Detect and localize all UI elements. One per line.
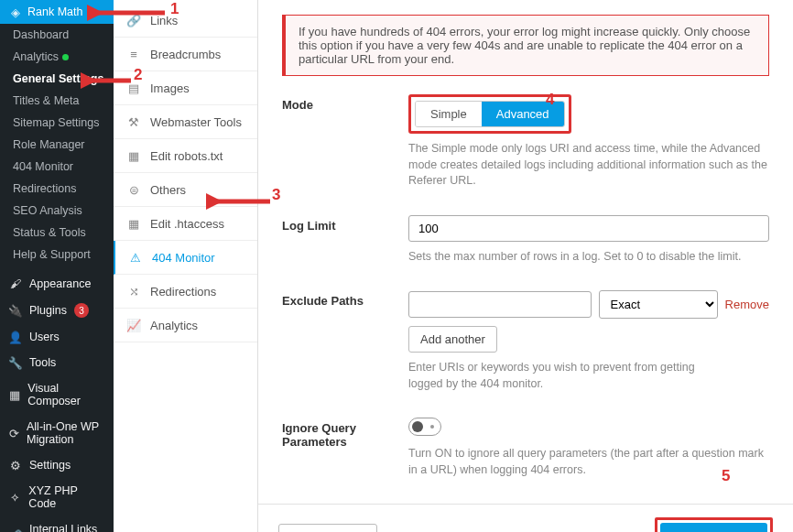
- log-limit-input[interactable]: [408, 215, 769, 242]
- sidebar-item-settings[interactable]: ⚙Settings: [0, 452, 114, 478]
- mode-segmented: Simple Advanced: [415, 101, 565, 127]
- sliders-icon: ⚙: [9, 459, 22, 472]
- file-icon: ▦: [126, 148, 141, 163]
- vc-icon: ▦: [9, 388, 20, 401]
- tab-links[interactable]: 🔗Links: [114, 4, 257, 38]
- sidebar-sub-analytics[interactable]: Analytics: [0, 46, 114, 68]
- footer-actions: Reset Options Save Changes: [258, 504, 793, 532]
- save-changes-button[interactable]: Save Changes: [660, 523, 767, 532]
- annotation-3: 3: [272, 186, 280, 204]
- tab-analytics[interactable]: 📈Analytics: [114, 309, 257, 342]
- save-highlight: Save Changes: [655, 517, 773, 532]
- toggle-dot: [430, 425, 434, 429]
- tab-redirections[interactable]: ⤭Redirections: [114, 275, 257, 309]
- user-icon: 👤: [9, 331, 22, 343]
- sidebar-item-rank-math[interactable]: ◈ Rank Math: [0, 0, 114, 24]
- exclude-remove-link[interactable]: Remove: [725, 298, 769, 311]
- field-exclude-paths: Exclude Paths Exact Remove Add another E…: [282, 290, 769, 392]
- sidebar-item-aio-migration[interactable]: ⟳All-in-One WP Migration: [0, 414, 114, 452]
- link-icon: 🔗: [126, 13, 141, 27]
- annotation-2: 2: [134, 66, 142, 84]
- plug-icon: 🔌: [9, 304, 22, 317]
- tab-robots[interactable]: ▦Edit robots.txt: [114, 139, 257, 173]
- main-content: If you have hundreds of 404 errors, your…: [258, 0, 793, 532]
- warning-box: If you have hundreds of 404 errors, your…: [282, 15, 769, 76]
- warning-icon: ⚠: [128, 250, 143, 265]
- sidebar-active-label: Rank Math: [27, 5, 82, 18]
- sidebar-sub-404-monitor[interactable]: 404 Monitor: [0, 156, 114, 178]
- sidebar-sub-seo-analysis[interactable]: SEO Analysis: [0, 200, 114, 222]
- field-ignore-query: Ignore Query Parameters Turn ON to ignor…: [282, 418, 769, 478]
- file-icon: ▦: [126, 216, 141, 231]
- sidebar-sub-status-tools[interactable]: Status & Tools: [0, 222, 114, 244]
- sidebar-sub-dashboard[interactable]: Dashboard: [0, 24, 114, 46]
- sidebar-sub-sitemap[interactable]: Sitemap Settings: [0, 112, 114, 134]
- wrench-icon: 🔧: [9, 356, 22, 369]
- tab-htaccess[interactable]: ▦Edit .htaccess: [114, 207, 257, 241]
- mode-label: Mode: [282, 94, 392, 112]
- redirect-icon: ⤭: [126, 284, 141, 299]
- sidebar-item-xyz-php[interactable]: ⟡XYZ PHP Code: [0, 478, 114, 516]
- chart-icon: 📈: [126, 318, 141, 332]
- annotation-1: 1: [170, 0, 179, 18]
- sidebar-sub-redirections[interactable]: Redirections: [0, 178, 114, 200]
- sidebar-sub-role-manager[interactable]: Role Manager: [0, 134, 114, 156]
- exclude-match-select[interactable]: Exact: [599, 290, 718, 319]
- tab-others[interactable]: ⊜Others: [114, 173, 257, 207]
- sidebar-item-internal-links[interactable]: 🔗Internal Links Manager: [0, 516, 114, 532]
- annotation-4: 4: [546, 91, 554, 109]
- sidebar-sub-help-support[interactable]: Help & Support: [0, 244, 114, 266]
- reset-options-button[interactable]: Reset Options: [278, 524, 377, 532]
- mode-simple-button[interactable]: Simple: [416, 102, 482, 126]
- annotation-5: 5: [722, 467, 730, 485]
- tab-404-monitor[interactable]: ⚠404 Monitor: [114, 241, 257, 275]
- field-log-limit: Log Limit Sets the max number of rows in…: [282, 215, 769, 266]
- sidebar-item-users[interactable]: 👤Users: [0, 324, 114, 350]
- tab-webmaster[interactable]: ⚒Webmaster Tools: [114, 105, 257, 139]
- exclude-path-input[interactable]: [408, 291, 592, 318]
- field-mode: Mode Simple Advanced The Simple mode onl…: [282, 94, 769, 190]
- exclude-label: Exclude Paths: [282, 290, 392, 308]
- sidebar-item-appearance[interactable]: 🖌Appearance: [0, 271, 114, 297]
- log-limit-label: Log Limit: [282, 215, 392, 233]
- breadcrumb-icon: ≡: [126, 47, 141, 61]
- rank-math-icon: ◈: [9, 5, 22, 18]
- log-limit-help: Sets the max number of rows in a log. Se…: [408, 249, 769, 266]
- code-icon: ⟡: [9, 491, 21, 504]
- ignore-toggle[interactable]: [408, 418, 441, 436]
- sidebar-item-visual-composer[interactable]: ▦Visual Composer: [0, 375, 114, 414]
- plugins-badge: 3: [74, 303, 89, 318]
- exclude-help: Enter URIs or keywords you wish to preve…: [408, 360, 711, 392]
- toggle-knob: [412, 421, 423, 432]
- admin-sidebar: ◈ Rank Math Dashboard Analytics General …: [0, 0, 114, 532]
- sidebar-item-plugins[interactable]: 🔌Plugins3: [0, 297, 114, 324]
- sidebar-item-tools[interactable]: 🔧Tools: [0, 350, 114, 375]
- tools-icon: ⚒: [126, 114, 141, 129]
- sidebar-sub-general-settings[interactable]: General Settings: [0, 68, 114, 90]
- brush-icon: 🖌: [9, 277, 22, 290]
- sidebar-sub-titles-meta[interactable]: Titles & Meta: [0, 90, 114, 112]
- mode-help: The Simple mode only logs URI and access…: [408, 141, 769, 190]
- migrate-icon: ⟳: [9, 427, 19, 440]
- ignore-help: Turn ON to ignore all query parameters (…: [408, 446, 769, 478]
- others-icon: ⊜: [126, 182, 141, 197]
- ignore-label: Ignore Query Parameters: [282, 418, 392, 449]
- add-another-button[interactable]: Add another: [408, 326, 497, 353]
- dot-icon: [62, 54, 69, 60]
